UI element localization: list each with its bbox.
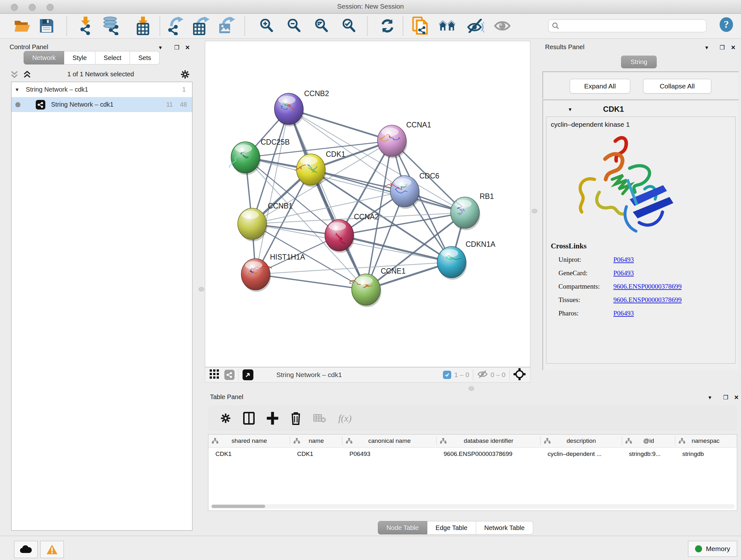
tab-node-table[interactable]: Node Table [378,521,427,535]
tab-style[interactable]: Style [64,51,95,64]
gene-section-header[interactable]: ▼ CDK1 [545,103,736,116]
network-node-CDKN1A[interactable]: CDKN1A [437,240,495,280]
tab-edge-table[interactable]: Edge Table [427,521,476,535]
column-header-label: name [309,437,324,444]
memory-button[interactable]: Memory [688,541,737,557]
zoom-out-button[interactable] [285,17,303,35]
network-view-title: String Network – cdk1 [276,371,342,379]
results-panel-close-icon[interactable]: ✕ [731,44,736,51]
hide-selected-button[interactable] [467,17,484,35]
selected-checkbox-icon[interactable] [443,371,451,379]
show-columns-icon[interactable] [243,412,255,425]
clone-network-button[interactable] [412,17,429,35]
import-network-from-database-button[interactable] [102,17,120,35]
network-edge[interactable] [289,109,392,141]
column-header-canonical-name[interactable]: canonical name [342,435,436,447]
crosslink-label: Tissues: [551,296,613,304]
search-input[interactable] [559,22,703,30]
tab-network-table[interactable]: Network Table [476,521,533,535]
network-edge[interactable] [339,235,452,262]
export-table-button[interactable] [193,17,211,35]
import-network-from-file-button[interactable] [77,17,94,35]
tab-select[interactable]: Select [95,51,130,64]
right-splitter-handle[interactable] [532,209,537,213]
results-scroll-area[interactable]: ▼ CDK1 cyclin–dependent kinase 1 [542,100,739,370]
column-header-label: namespac [691,437,720,444]
zoom-fit-button[interactable] [313,17,331,35]
collection-expand-arrow-icon[interactable]: ▼ [15,87,19,92]
table-panel-float-icon[interactable]: ❒ [723,394,728,401]
cloud-status-button[interactable] [14,541,38,558]
zoom-selected-button[interactable] [340,17,358,35]
column-type-icon [544,438,551,444]
network-node-CCNB2[interactable]: CCNB2 [274,89,329,126]
crosslink-link[interactable]: P06493 [613,309,634,317]
network-node-HIST1H1A[interactable]: HIST1H1A [241,253,306,292]
network-share-view-icon[interactable] [224,370,234,380]
warnings-button[interactable] [40,541,64,558]
open-session-button[interactable] [13,17,31,35]
export-image-button[interactable] [218,17,236,35]
column-header-description[interactable]: description [541,435,622,447]
tab-sets[interactable]: Sets [130,51,159,64]
table-panel-close-icon[interactable]: ✕ [734,394,739,401]
export-network-button[interactable] [167,17,185,35]
left-splitter-handle[interactable] [199,287,204,292]
show-all-button[interactable] [493,17,511,35]
birds-eye-view-icon[interactable] [243,369,253,380]
tab-string[interactable]: String [621,56,657,68]
table-horizontal-scrollbar[interactable] [211,504,735,509]
table-options-gear-icon[interactable] [220,413,231,424]
node-label: CDC25B [261,138,290,146]
crosslink-link[interactable]: P06493 [613,269,634,277]
expand-all-button[interactable]: Expand All [569,79,630,94]
zoom-in-button[interactable] [258,17,276,35]
column-header-@id[interactable]: @id [622,435,675,447]
grid-view-icon[interactable] [210,369,219,380]
search-box[interactable] [548,19,706,32]
control-panel-float-icon[interactable]: ❒ [174,44,179,51]
table-row[interactable]: CDK1CDK1P064939606.ENSP00000378699cyclin… [208,448,737,460]
hidden-eye-icon[interactable] [477,370,488,380]
tab-network[interactable]: Network [23,51,64,64]
network-collection-row[interactable]: ▼ String Network – cdk1 1 [11,82,192,97]
control-panel-close-icon[interactable]: ✕ [185,44,190,51]
collapse-all-button[interactable]: Collapse All [643,79,711,94]
crosslink-link[interactable]: P06493 [613,256,634,264]
network-edge[interactable] [256,274,366,290]
delete-column-icon[interactable] [290,412,301,425]
column-header-namespac[interactable]: namespac [675,435,736,447]
control-panel-title: Control Panel [10,44,48,51]
fit-selected-crosshair-icon[interactable] [514,368,526,381]
network-view-canvas[interactable]: CCNB2CCNA1CDC25BCDK1CDC6RB1CCNB1CCNA2CDK… [205,41,530,367]
add-column-icon[interactable] [267,412,278,425]
network-node-CCNB1[interactable]: CCNB1 [238,202,293,241]
column-header-database-identifier[interactable]: database identifier [436,435,541,447]
network-node-RB1[interactable]: RB1 [451,192,494,230]
help-button[interactable]: ? [718,16,735,34]
results-panel-float-icon[interactable]: ❒ [720,44,725,51]
gene-expand-arrow-icon[interactable]: ▼ [568,107,572,112]
crosslink-label: GeneCard: [551,269,613,277]
crosslink-link[interactable]: 9606.ENSP00000378699 [613,283,682,291]
network-edge[interactable] [256,109,289,274]
table-panel-collapse-icon[interactable]: ▾ [709,394,711,401]
column-header-label: @id [643,437,654,444]
network-node-CDK1[interactable]: CDK1 [295,150,345,187]
column-header-shared-name[interactable]: shared name [208,435,290,447]
table-cell: P06493 [342,448,436,460]
delete-table-icon[interactable] [313,414,326,423]
import-table-from-file-button[interactable] [134,17,152,35]
control-panel-collapse-icon[interactable]: ▾ [159,44,162,51]
save-session-button[interactable] [38,17,56,35]
tree-options-gear-icon[interactable] [180,70,190,81]
scrollbar-thumb[interactable] [212,505,265,508]
results-panel-collapse-icon[interactable]: ▾ [705,44,708,51]
crosslink-link[interactable]: 9606.ENSP00000378699 [613,296,682,304]
column-header-name[interactable]: name [290,435,342,447]
refresh-view-button[interactable] [379,17,396,35]
first-neighbors-button[interactable] [439,17,456,35]
column-type-icon [678,438,685,444]
function-builder-icon[interactable]: f(x) [338,413,352,424]
network-row[interactable]: String Network – cdk1 11 48 [11,97,192,112]
